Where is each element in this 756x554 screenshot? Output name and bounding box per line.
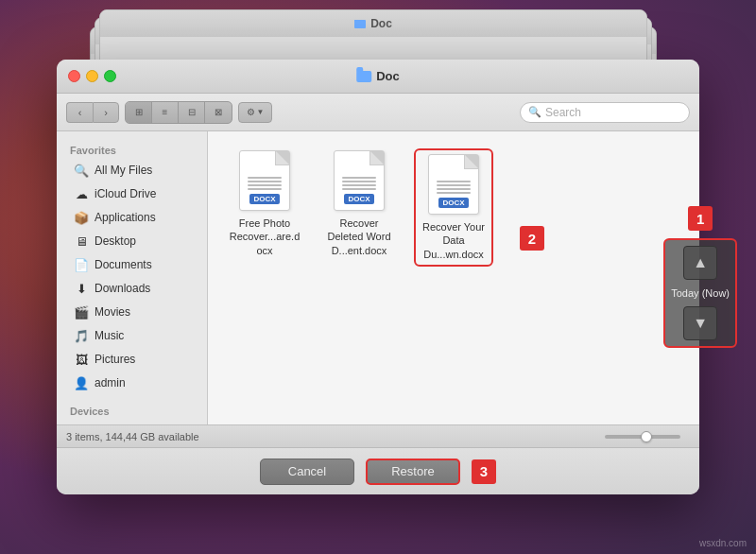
zoom-slider[interactable] xyxy=(605,435,680,439)
sidebar-item-label: iCloud Drive xyxy=(94,187,156,200)
sidebar-item-admin[interactable]: 👤 admin xyxy=(60,372,203,394)
view-icon-button[interactable]: ⊞ xyxy=(126,102,152,123)
sidebar-item-label: admin xyxy=(94,376,126,390)
view-cover-button[interactable]: ⊠ xyxy=(205,102,232,123)
view-list-button[interactable]: ≡ xyxy=(152,102,179,123)
documents-icon: 📄 xyxy=(74,257,89,272)
docx-badge-1: DOCX xyxy=(249,194,279,204)
restore-button[interactable]: Restore xyxy=(366,459,460,485)
grid-view-icon: ⊞ xyxy=(135,107,143,117)
pictures-icon: 🖼 xyxy=(74,352,89,367)
music-icon: 🎵 xyxy=(74,328,89,343)
bottom-bar: Cancel Restore 3 xyxy=(57,447,699,494)
maximize-button[interactable] xyxy=(104,70,116,82)
favorites-label: Favorites xyxy=(57,141,207,158)
arrow-down-icon: ▼ xyxy=(693,315,708,332)
file-label-3: Recover Your Data Du...wn.docx xyxy=(420,220,488,261)
sidebar-item-music[interactable]: 🎵 Music xyxy=(60,324,203,347)
status-bar: 3 items, 144,44 GB available xyxy=(57,424,699,447)
desktop-icon: 🖥 xyxy=(74,234,89,249)
time-machine-label: Today (Now) xyxy=(671,284,730,303)
sidebar-item-label: Pictures xyxy=(94,353,135,366)
file-item-1[interactable]: DOCX Free Photo Recover...are.docx xyxy=(227,150,302,257)
docx-icon-1: DOCX xyxy=(239,150,290,211)
search-icon: 🔍 xyxy=(528,106,541,118)
list-view-icon: ≡ xyxy=(163,107,168,117)
action-button[interactable]: ⚙ ▼ xyxy=(238,102,272,123)
folder-icon xyxy=(356,71,371,82)
movies-icon: 🎬 xyxy=(74,304,89,320)
watermark: wsxdn.com xyxy=(699,538,747,548)
sidebar-item-movies[interactable]: 🎬 Movies xyxy=(60,301,203,323)
file-item-3[interactable]: DOCX Recover Your Data Du...wn.docx xyxy=(416,150,491,265)
forward-button[interactable]: › xyxy=(93,102,119,123)
file-area: DOCX Free Photo Recover...are.docx DOCX … xyxy=(208,131,699,424)
file-label-1: Free Photo Recover...are.docx xyxy=(227,216,302,257)
sidebar-item-label: Downloads xyxy=(94,282,150,295)
sidebar-item-downloads[interactable]: ⬇ Downloads xyxy=(60,277,203,300)
time-machine-down-button[interactable]: ▼ xyxy=(683,306,717,340)
docx-badge-2: DOCX xyxy=(344,194,373,204)
sidebar-item-pictures[interactable]: 🖼 Pictures xyxy=(60,348,203,371)
minimize-button[interactable] xyxy=(86,70,98,82)
bg-window-title-3: Doc xyxy=(370,17,392,30)
sidebar-item-label: Music xyxy=(94,329,124,342)
sidebar-item-label: Desktop xyxy=(94,234,136,248)
sidebar-item-icloud-drive[interactable]: ☁ iCloud Drive xyxy=(60,182,203,205)
view-column-button[interactable]: ⊟ xyxy=(179,102,205,123)
search-box[interactable]: 🔍 Search xyxy=(520,102,690,123)
sidebar-item-label: Documents xyxy=(94,258,152,271)
search-placeholder: Search xyxy=(545,106,581,119)
admin-icon: 👤 xyxy=(74,375,89,390)
back-icon: ‹ xyxy=(78,107,82,118)
docx-badge-3: DOCX xyxy=(438,198,468,208)
forward-icon: › xyxy=(104,107,108,118)
step-badge-2: 2 xyxy=(520,226,544,251)
slider-thumb xyxy=(641,431,652,442)
file-item-2[interactable]: DOCX Recover Deleted Word D...ent.docx xyxy=(321,150,397,257)
sidebar-item-label: All My Files xyxy=(94,164,152,177)
column-view-icon: ⊟ xyxy=(188,107,196,117)
file-label-2: Recover Deleted Word D...ent.docx xyxy=(321,216,397,257)
window-title: Doc xyxy=(376,69,400,83)
arrow-up-icon: ▲ xyxy=(693,254,708,271)
step-badge-1: 1 xyxy=(688,206,713,231)
docx-icon-2: DOCX xyxy=(334,150,385,211)
time-machine-up-button[interactable]: ▲ xyxy=(683,246,717,280)
sidebar-item-desktop[interactable]: 🖥 Desktop xyxy=(60,230,203,252)
cover-view-icon: ⊠ xyxy=(215,107,222,117)
step-badge-3: 3 xyxy=(472,459,496,484)
devices-label: Devices xyxy=(57,402,207,419)
docx-icon-3: DOCX xyxy=(428,154,479,215)
gear-icon: ⚙ xyxy=(247,107,255,117)
icloud-drive-icon: ☁ xyxy=(74,186,89,201)
time-machine-panel: 1 ▲ Today (Now) ▼ xyxy=(663,206,737,348)
status-text: 3 items, 144,44 GB available xyxy=(66,431,199,442)
sidebar: Favorites 🔍 All My Files ☁ iCloud Drive … xyxy=(57,131,208,424)
back-button[interactable]: ‹ xyxy=(66,102,93,123)
dropdown-arrow-icon: ▼ xyxy=(257,108,265,116)
sidebar-item-applications[interactable]: 📦 Applications xyxy=(60,206,203,229)
downloads-icon: ⬇ xyxy=(74,281,89,296)
applications-icon: 📦 xyxy=(74,210,89,225)
sidebar-item-label: Applications xyxy=(94,211,156,224)
sidebar-item-label: Movies xyxy=(94,305,130,319)
sidebar-item-all-my-files[interactable]: 🔍 All My Files xyxy=(60,159,203,182)
all-my-files-icon: 🔍 xyxy=(74,163,89,178)
sidebar-item-documents[interactable]: 📄 Documents xyxy=(60,253,203,276)
cancel-button[interactable]: Cancel xyxy=(260,459,354,485)
close-button[interactable] xyxy=(68,70,80,82)
